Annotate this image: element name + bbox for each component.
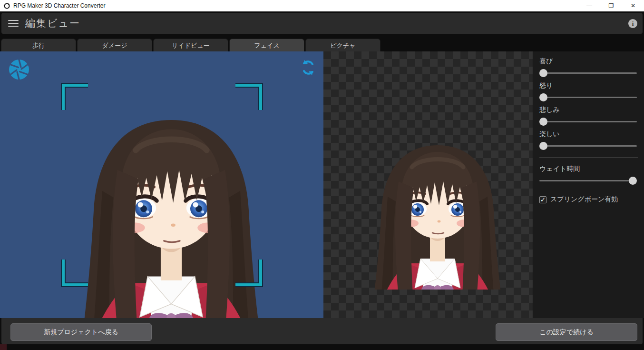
spring-bone-checkbox[interactable]: ✓ xyxy=(539,196,546,203)
slider-row-sadness: 悲しみ xyxy=(539,106,636,126)
tab-bar: 歩行 ダメージ サイドビュー フェイス ピクチャ xyxy=(0,34,644,51)
face-preview-image xyxy=(323,51,533,318)
window-title: RPG Maker 3D Character Converter xyxy=(13,2,105,9)
app-header: 編集ビュー i xyxy=(1,13,643,34)
continue-with-settings-button[interactable]: この設定で続ける xyxy=(496,323,637,341)
wait-time-slider-thumb[interactable] xyxy=(629,177,637,185)
app-icon xyxy=(3,2,10,10)
slider-row-fun: 楽しい xyxy=(539,130,636,150)
3d-viewport[interactable] xyxy=(0,51,323,318)
slider-row-anger: 怒り xyxy=(539,81,636,101)
sadness-slider[interactable] xyxy=(539,118,637,126)
maximize-button[interactable]: ❐ xyxy=(600,0,622,11)
sidebar-divider xyxy=(539,158,638,158)
spring-bone-label: スプリングボーン有効 xyxy=(550,195,618,204)
hamburger-icon[interactable] xyxy=(8,18,19,29)
titlebar: RPG Maker 3D Character Converter — ❐ ✕ xyxy=(0,0,644,11)
slider-row-joy: 喜び xyxy=(539,57,636,77)
fun-slider-thumb[interactable] xyxy=(539,142,547,150)
face-preview-panel xyxy=(323,51,533,318)
anger-slider-thumb[interactable] xyxy=(539,93,547,101)
info-icon[interactable]: i xyxy=(628,19,637,28)
tab-face[interactable]: フェイス xyxy=(229,39,304,51)
page-title: 編集ビュー xyxy=(25,17,80,30)
slider-label-wait-time: ウェイト時間 xyxy=(539,165,636,173)
background-window-fragment xyxy=(0,344,7,350)
aperture-icon[interactable] xyxy=(9,59,29,80)
character-model xyxy=(0,51,323,318)
tab-walk[interactable]: 歩行 xyxy=(1,39,76,51)
tab-sideview[interactable]: サイドビュー xyxy=(153,39,228,51)
slider-label-anger: 怒り xyxy=(539,81,636,90)
slider-label-sadness: 悲しみ xyxy=(539,106,636,114)
anger-slider[interactable] xyxy=(539,93,637,101)
bottom-strip xyxy=(0,344,644,350)
tab-damage[interactable]: ダメージ xyxy=(77,39,152,51)
joy-slider[interactable] xyxy=(539,69,637,77)
slider-row-wait-time: ウェイト時間 xyxy=(539,165,636,185)
sidebar: 喜び 怒り 悲しみ 楽しい ウェイト時間 xyxy=(533,51,644,318)
slider-label-fun: 楽しい xyxy=(539,130,636,139)
footer-bar: 新規プロジェクトへ戻る この設定で続ける xyxy=(1,318,643,344)
slider-label-joy: 喜び xyxy=(539,57,636,66)
fun-slider[interactable] xyxy=(539,142,637,150)
rotate-icon[interactable] xyxy=(299,58,318,77)
joy-slider-thumb[interactable] xyxy=(539,69,547,77)
close-button[interactable]: ✕ xyxy=(622,0,644,11)
wait-time-slider[interactable] xyxy=(539,177,637,185)
spring-bone-checkbox-row[interactable]: ✓ スプリングボーン有効 xyxy=(539,195,636,204)
main-content: 喜び 怒り 悲しみ 楽しい ウェイト時間 xyxy=(0,51,644,318)
back-to-new-project-button[interactable]: 新規プロジェクトへ戻る xyxy=(10,323,152,341)
tab-picture[interactable]: ピクチャ xyxy=(305,39,381,51)
minimize-button[interactable]: — xyxy=(578,0,600,11)
sadness-slider-thumb[interactable] xyxy=(539,118,547,126)
